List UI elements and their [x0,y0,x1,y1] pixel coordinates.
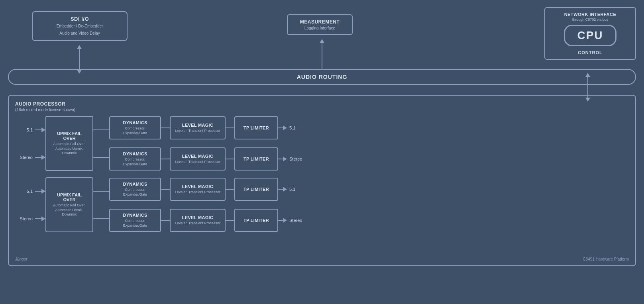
group2-upmix-subtitle: Automatic Fail Over, Automatic Upmix, Do… [51,203,88,217]
audio-processor-subtitle: (16ch mixed mode license shown) [15,108,629,112]
input-stereo-1: Stereo [16,155,33,160]
g2-dynamics2-subtitle: Compressor, Expander/Gate [114,219,156,228]
group1-dynamics-1: DYNAMICS Compressor, Expander/Gate [109,116,161,139]
g2-dynamics1-subtitle: Compressor, Expander/Gate [114,188,156,197]
g2-lm1-title: LEVEL MAGIC [175,184,221,189]
g2-tp2-title: TP LIMITER [239,218,273,223]
arrow-line2 [322,43,322,70]
sdi-subtitle2: Audio and Video Delay [40,31,120,36]
footer: Jünger C8491 Hardware Platform [15,257,629,261]
group2-dynamics: DYNAMICS Compressor, Expander/Gate DYNAM… [109,177,161,232]
audio-routing-label: AUDIO ROUTING [297,74,348,80]
group2-lm-1: LEVEL MAGIC Leveler, Transient Processor [170,178,226,201]
group1-upmix-box: UPMIX FAIL OVER Automatic Fail Over, Aut… [45,116,93,171]
group1-lm-1: LEVEL MAGIC Leveler, Transient Processor [170,116,226,139]
group1-mid-lines [93,116,109,171]
measurement-subtitle: Logging Interface [296,26,344,30]
lm2-title: LEVEL MAGIC [175,154,221,159]
group2-dynamics-2: DYNAMICS Compressor, Expander/Gate [109,209,161,232]
input-stereo-2: Stereo [16,216,33,221]
group2-dynamics-1: DYNAMICS Compressor, Expander/Gate [109,178,161,201]
group2-tp-2: TP LIMITER [234,209,278,232]
sdi-box: SDI I/O Embedder / De-Embedder Audio and… [32,11,128,41]
group1-output-arrows: 5.1 Stereo [278,116,302,171]
cpu-box: CPU [564,25,616,46]
network-subtitle: through C8702 via bus [552,18,629,22]
lm1-title: LEVEL MAGIC [175,123,221,127]
group2-arrows-in [35,177,45,232]
group1-lines-lm-tp [226,116,234,171]
tp1-title: TP LIMITER [239,126,273,130]
group2-level-magic: LEVEL MAGIC Leveler, Transient Processor… [170,177,226,232]
group2-tp-limiter: TP LIMITER TP LIMITER [234,177,278,232]
g2-out-arrow-2 [283,218,287,223]
brand-label: Jünger [15,257,27,261]
group2-lines-dyn-lm [161,177,170,232]
g2-lm2-subtitle: Leveler, Transient Processor [175,221,221,226]
group1-tp-2: TP LIMITER [234,147,278,171]
input-51-2: 5.1 [16,189,33,194]
out-arrow-1 [283,126,287,130]
sdi-title: SDI I/O [40,16,120,22]
top-section: SDI I/O Embedder / De-Embedder Audio and… [8,7,636,91]
audio-processor-title: AUDIO PROCESSOR [15,101,629,107]
measurement-arrow [320,39,324,70]
arrow-line [79,49,80,70]
group2-mid-lines [93,177,109,232]
group1-upmix-title: UPMIX FAIL OVER [51,131,88,141]
group2-lines-lm-tp [226,177,234,232]
network-title: NETWORK INTERFACE [552,12,629,17]
measurement-box: MEASUREMENT Logging Interface [287,14,353,35]
dynamics1-title: DYNAMICS [114,120,156,125]
arrow-head-up2 [320,39,324,43]
group1-tp-1: TP LIMITER [234,116,278,139]
arrow-head-up [77,45,82,49]
dynamics2-title: DYNAMICS [114,151,156,156]
group-1: 5.1 Stereo [15,116,629,171]
g2-lm2-title: LEVEL MAGIC [175,215,221,220]
input-51-1: 5.1 [16,127,33,132]
audio-routing-section: AUDIO ROUTING [8,69,636,85]
group2-output-arrows: 5.1 Stereo [278,177,302,232]
out-arrow-2 [283,157,287,161]
model-label: C8491 Hardware Platform [583,257,629,261]
group1-lm-2: LEVEL MAGIC Leveler, Transient Processor [170,147,226,171]
g2-tp1-title: TP LIMITER [239,187,273,192]
group1-arrows-in [35,116,45,171]
g2-lm1-subtitle: Leveler, Transient Processor [175,190,221,195]
control-label: CONTROL [552,50,629,55]
network-box: NETWORK INTERFACE through C8702 via bus … [544,7,636,60]
g2-output-51: 5.1 [289,187,295,192]
group1-inputs: 5.1 Stereo [15,116,35,171]
group2-lm-2: LEVEL MAGIC Leveler, Transient Processor [170,209,226,232]
lm1-subtitle: Leveler, Transient Processor [175,129,221,133]
main-container: SDI I/O Embedder / De-Embedder Audio and… [0,0,644,304]
channels-area: 5.1 Stereo [15,116,629,232]
group1-tp-limiter: TP LIMITER TP LIMITER [234,116,278,171]
group1-lines-dyn-lm [161,116,170,171]
lm2-subtitle: Leveler, Transient Processor [175,160,221,165]
group2-inputs: 5.1 Stereo [15,177,35,232]
g2-dynamics1-title: DYNAMICS [114,182,156,186]
group2-upmix-container: UPMIX FAIL OVER Automatic Fail Over, Aut… [45,177,93,232]
measurement-title: MEASUREMENT [296,19,344,25]
tp2-title: TP LIMITER [239,157,273,161]
group1-dynamics-2: DYNAMICS Compressor, Expander/Gate [109,147,161,171]
group-2: 5.1 Stereo [15,177,629,232]
group2-tp-1: TP LIMITER [234,178,278,201]
group1-upmix-container: UPMIX FAIL OVER Automatic Fail Over, Aut… [45,116,93,171]
output-stereo-1: Stereo [289,157,302,161]
g2-out-arrow-1 [283,187,287,192]
group1-level-magic: LEVEL MAGIC Leveler, Transient Processor… [170,116,226,171]
g2-dynamics2-title: DYNAMICS [114,213,156,218]
audio-processor-section: AUDIO PROCESSOR (16ch mixed mode license… [8,95,636,266]
group1-dynamics: DYNAMICS Compressor, Expander/Gate DYNAM… [109,116,161,171]
output-51-1: 5.1 [289,126,295,130]
g2-output-stereo: Stereo [289,218,302,223]
audio-routing-bar: AUDIO ROUTING [8,69,636,85]
dynamics1-subtitle: Compressor, Expander/Gate [114,126,156,135]
group2-upmix-title: UPMIX FAIL OVER [51,192,88,202]
sdi-subtitle1: Embedder / De-Embedder [40,24,120,29]
dynamics2-subtitle: Compressor, Expander/Gate [114,157,156,167]
group2-upmix-box: UPMIX FAIL OVER Automatic Fail Over, Aut… [45,177,93,232]
